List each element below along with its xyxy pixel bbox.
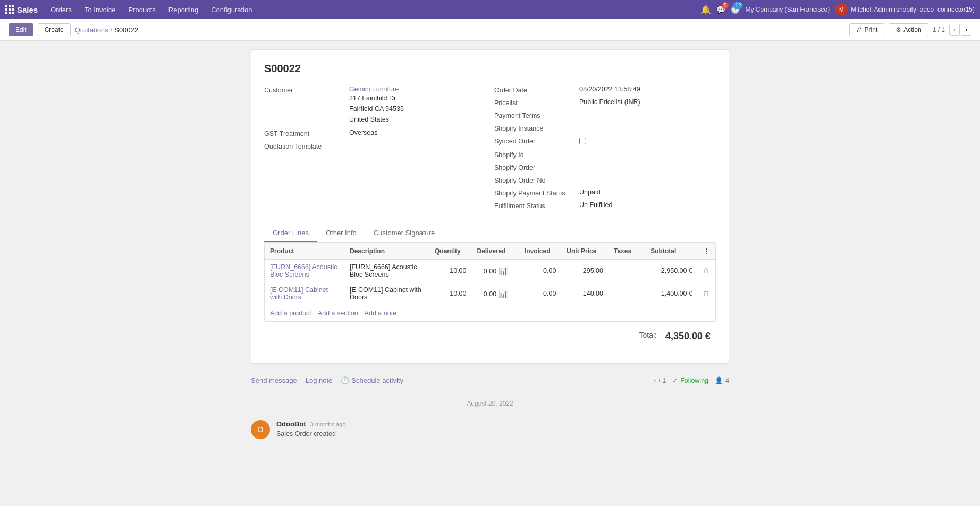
form-grid: Customer Gemini Furniture 317 Fairchild … bbox=[264, 85, 716, 214]
row2-product-link[interactable]: [E-COM11] Cabinet with Doors bbox=[270, 286, 328, 301]
shopify-id-label: Shopify Id bbox=[494, 150, 579, 159]
row2-product: [E-COM11] Cabinet with Doors bbox=[265, 282, 344, 305]
pricelist-field-row: Pricelist Public Pricelist (INR) bbox=[494, 98, 716, 107]
likes-stat[interactable]: 🏷 1 bbox=[653, 377, 666, 384]
check-icon: ✓ bbox=[672, 376, 678, 384]
pricelist-label: Pricelist bbox=[494, 98, 579, 107]
nav-configuration[interactable]: Configuration bbox=[206, 0, 257, 19]
row2-subtotal: 1,400.00 € bbox=[645, 282, 698, 305]
nav-products[interactable]: Products bbox=[123, 0, 160, 19]
topnav-right: 🔔 💬 5 🕐 12 My Company (San Francisco) M … bbox=[700, 3, 975, 16]
row1-delivered-icon: 📊 bbox=[499, 267, 508, 275]
table-footer-actions: Add a product Add a section Add a note bbox=[265, 305, 715, 321]
next-button[interactable]: › bbox=[961, 24, 971, 36]
order-date-value: 08/20/2022 13:58:49 bbox=[579, 85, 640, 94]
col-header-quantity: Quantity bbox=[429, 243, 472, 260]
row2-delete-icon[interactable]: 🗑 bbox=[698, 282, 715, 305]
fulfillment-status-field-row: Fulfillment Status Un Fulfilled bbox=[494, 201, 716, 210]
tab-other-info[interactable]: Other Info bbox=[317, 225, 365, 242]
breadcrumb-parent[interactable]: Quotations bbox=[75, 26, 108, 34]
row1-description: [FURN_6666] Acoustic Bloc Screens bbox=[344, 260, 429, 282]
gst-treatment-label: GST Treatment bbox=[264, 129, 349, 138]
tab-order-lines[interactable]: Order Lines bbox=[264, 225, 317, 242]
col-header-subtotal: Subtotal bbox=[645, 243, 698, 260]
col-header-description: Description bbox=[344, 243, 429, 260]
row1-delete-icon[interactable]: 🗑 bbox=[698, 260, 715, 282]
brand-logo[interactable]: Sales bbox=[5, 5, 38, 14]
add-note-link[interactable]: Add a note bbox=[365, 310, 396, 317]
total-label: Total: bbox=[639, 331, 656, 342]
print-icon: 🖨 bbox=[856, 26, 863, 33]
schedule-activity-button[interactable]: 🕐 Schedule activity bbox=[341, 376, 403, 384]
customer-label: Customer bbox=[264, 85, 349, 125]
print-button[interactable]: 🖨 Print bbox=[849, 23, 885, 36]
message-content: OdooBot 3 months ago Sales Order created bbox=[276, 420, 729, 439]
followers-button[interactable]: 👤 4 bbox=[715, 376, 729, 384]
nav-orders[interactable]: Orders bbox=[45, 0, 77, 19]
row1-quantity: 10.00 bbox=[429, 260, 472, 282]
notification-bell-icon[interactable]: 🔔 bbox=[700, 5, 711, 15]
gst-treatment-field-row: GST Treatment Overseas bbox=[264, 129, 486, 138]
synced-order-value bbox=[579, 136, 586, 146]
col-header-delivered: Delivered bbox=[472, 243, 519, 260]
prev-button[interactable]: ‹ bbox=[949, 24, 960, 36]
following-button[interactable]: ✓ Following bbox=[672, 376, 708, 384]
action-button[interactable]: ⚙ Action bbox=[889, 23, 928, 36]
user-menu[interactable]: M Mitchell Admin (shopify_odoo_connector… bbox=[835, 3, 975, 16]
customer-value: Gemini Furniture 317 Fairchild Dr Fairfi… bbox=[349, 85, 404, 125]
add-product-link[interactable]: Add a product bbox=[270, 310, 311, 317]
fulfillment-status-value: Un Fulfilled bbox=[579, 201, 613, 210]
activity-badge: 12 bbox=[733, 2, 743, 9]
synced-order-field-row: Synced Order bbox=[494, 136, 716, 146]
quotation-template-field-row: Quotation Template bbox=[264, 142, 486, 150]
shopify-payment-status-label: Shopify Payment Status bbox=[494, 188, 579, 197]
row2-invoiced: 0.00 bbox=[519, 282, 562, 305]
quotation-template-label: Quotation Template bbox=[264, 142, 349, 150]
shopify-order-field-row: Shopify Order bbox=[494, 163, 716, 171]
order-date-label: Order Date bbox=[494, 85, 579, 94]
message-body: Sales Order created bbox=[276, 430, 729, 438]
chatter-actions: Send message Log note 🕐 Schedule activit… bbox=[251, 372, 729, 389]
total-row: Total: 4,350.00 € bbox=[264, 322, 716, 350]
chat-badge: 5 bbox=[722, 2, 729, 9]
shopify-id-field-row: Shopify Id bbox=[494, 150, 716, 159]
shopify-payment-status-value: Unpaid bbox=[579, 188, 601, 197]
row2-taxes bbox=[609, 282, 645, 305]
pagination-nav: ‹ › bbox=[949, 24, 971, 36]
col-header-invoiced: Invoiced bbox=[519, 243, 562, 260]
order-lines-table: Product Description Quantity Delivered I… bbox=[265, 243, 715, 305]
date-separator: August 20, 2022 bbox=[251, 393, 729, 414]
row2-quantity: 10.00 bbox=[429, 282, 472, 305]
message-time: 3 months ago bbox=[310, 421, 346, 427]
order-lines-table-wrapper: Product Description Quantity Delivered I… bbox=[264, 242, 716, 322]
row1-subtotal: 2,950.00 € bbox=[645, 260, 698, 282]
likes-count: 1 bbox=[662, 377, 666, 384]
send-message-button[interactable]: Send message bbox=[251, 376, 297, 384]
chat-icon[interactable]: 💬 5 bbox=[716, 5, 725, 14]
synced-order-checkbox[interactable] bbox=[579, 138, 586, 144]
shopify-instance-field-row: Shopify Instance bbox=[494, 124, 716, 132]
nav-to-invoice[interactable]: To Invoice bbox=[79, 0, 121, 19]
nav-reporting[interactable]: Reporting bbox=[163, 0, 204, 19]
add-section-link[interactable]: Add a section bbox=[318, 310, 358, 317]
shopify-payment-status-field-row: Shopify Payment Status Unpaid bbox=[494, 188, 716, 197]
customer-field-row: Customer Gemini Furniture 317 Fairchild … bbox=[264, 85, 486, 125]
top-navigation: Sales Orders To Invoice Products Reporti… bbox=[0, 0, 980, 19]
tabs: Order Lines Other Info Customer Signatur… bbox=[264, 225, 716, 242]
chatter-right: 🏷 1 ✓ Following 👤 4 bbox=[653, 376, 729, 384]
col-header-unit-price: Unit Price bbox=[561, 243, 609, 260]
edit-button[interactable]: Edit bbox=[9, 23, 33, 36]
create-button[interactable]: Create bbox=[38, 23, 71, 36]
activity-icon[interactable]: 🕐 12 bbox=[731, 5, 740, 14]
shopify-order-no-label: Shopify Order No bbox=[494, 176, 579, 184]
log-note-button[interactable]: Log note bbox=[306, 376, 333, 384]
tab-customer-signature[interactable]: Customer Signature bbox=[365, 225, 444, 242]
row1-product-link[interactable]: [FURN_6666] Acoustic Bloc Screens bbox=[270, 263, 337, 278]
people-icon: 👤 bbox=[715, 376, 723, 384]
col-header-taxes: Taxes bbox=[609, 243, 645, 260]
row1-taxes bbox=[609, 260, 645, 282]
customer-link[interactable]: Gemini Furniture bbox=[349, 85, 399, 93]
row1-product: [FURN_6666] Acoustic Bloc Screens bbox=[265, 260, 344, 282]
brand-name: Sales bbox=[17, 5, 38, 14]
action-bar: Edit Create Quotations / S00022 🖨 Print … bbox=[0, 19, 980, 41]
